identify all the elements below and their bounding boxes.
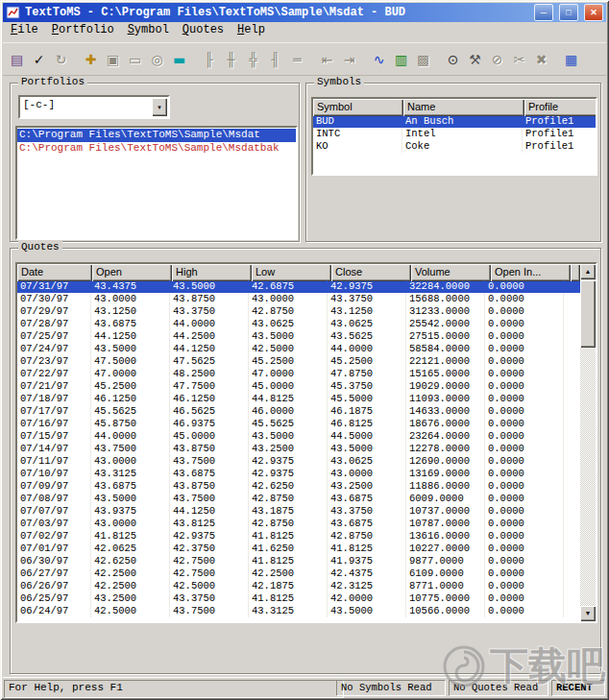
table-cell: 43.3125 [91,468,170,480]
table-row[interactable]: 07/09/9743.687543.875042.625043.25001188… [17,480,580,493]
table-cell: 10227.0000 [406,543,485,555]
table-row[interactable]: 07/21/9745.250047.750045.000045.37501902… [17,380,580,393]
table-cell: 27515.0000 [406,330,485,343]
minimize-button[interactable]: ─ [534,4,553,21]
portfolios-group-label: Portfolios [18,76,87,87]
shift-right-button: ⇥ [338,48,360,70]
column-header[interactable]: Close [331,264,411,281]
column-header[interactable]: Open In... [491,264,571,281]
table-row[interactable]: 07/15/9744.000045.000043.500044.50002326… [17,430,580,443]
table-row[interactable]: 07/07/9743.937544.125043.187543.37501073… [17,505,580,518]
menu-item-symbol[interactable]: Symbol [121,23,176,42]
column-header[interactable]: Low [252,264,331,281]
table-row[interactable]: 07/22/9747.000048.250047.000047.87501516… [17,368,580,380]
app-icon [6,5,21,20]
column-header[interactable]: Open [92,264,172,281]
table-cell: 8771.0000 [406,580,485,592]
menu-item-quotes[interactable]: Quotes [176,23,231,42]
menu-item-file[interactable]: File [4,23,45,42]
line-chart-icon: ∿ [374,53,385,66]
table-row[interactable]: 07/31/9743.437543.500042.687542.93753228… [17,280,580,293]
table-row[interactable]: 07/10/9743.312543.687542.937543.00001316… [17,468,580,480]
title-bar[interactable]: TextToMS - C:\Program Files\TextToMS\Sam… [3,3,606,22]
bar-flat-icon: ═ [293,53,301,66]
portfolio-list[interactable]: C:\Program Files\TextToMS\Sample\MsdatC:… [15,126,298,240]
toolbar-separator [360,48,368,70]
menu-item-help[interactable]: Help [231,23,272,42]
table-row[interactable]: 06/30/9742.625042.750041.812541.93759877… [17,555,580,567]
table-cell: 07/11/97 [17,455,91,468]
table-row[interactable]: 06/26/9742.250042.500042.187542.31258771… [17,580,580,592]
column-header[interactable]: Profile [524,99,596,116]
table-row[interactable]: 07/30/9743.000043.875043.000043.37501568… [17,293,580,305]
column-header[interactable]: Volume [411,264,491,281]
table-row[interactable]: 07/03/9743.000043.812542.875043.68751078… [17,518,580,530]
table-row[interactable]: 07/24/9743.500044.125042.500044.00005858… [17,343,580,355]
table-row[interactable]: 06/25/9743.250043.375041.812542.00001077… [17,592,580,605]
table-cell: 42.0000 [328,592,406,605]
candle-chart-button[interactable]: ▥ [390,48,412,70]
quotes-table[interactable]: DateOpenHighLowCloseVolumeOpen In... 07/… [15,262,597,623]
drive-combo[interactable]: [-c-] ▼ [18,95,170,119]
quotes-scrollbar[interactable]: ▲ ▼ [580,264,596,621]
portfolio-item[interactable]: C:\Program Files\TextToMS\Sample\Msdat [17,129,296,142]
column-header[interactable]: High [172,264,252,281]
table-cell: 46.1250 [170,393,249,405]
table-row[interactable]: 07/29/9743.125043.375042.875043.12503123… [17,305,580,318]
column-header[interactable]: Name [403,99,524,116]
quotes-table-inner: DateOpenHighLowCloseVolumeOpen In... 07/… [17,264,580,621]
table-cell: 31233.0000 [406,305,485,318]
data-grid-button[interactable]: ▦ [560,48,582,70]
close-button[interactable]: ✕ [584,4,603,21]
column-header[interactable]: Date [17,264,92,281]
scrollbar-thumb[interactable] [580,280,596,348]
table-cell: 48.2500 [170,368,249,380]
table-cell: 15688.0000 [406,293,485,305]
maximize-button[interactable]: □ [559,4,578,21]
new-portfolio-button[interactable]: ✚ [80,48,102,70]
table-row[interactable]: 06/27/9742.250042.750042.250042.43756109… [17,567,580,580]
table-cell: 07/24/97 [17,343,91,355]
table-row[interactable]: 07/18/9746.125046.125044.812545.50001109… [17,393,580,405]
table-row[interactable]: 07/08/9743.500043.750042.875043.68756009… [17,493,580,505]
table-row[interactable]: 07/16/9745.875046.937545.562546.81251867… [17,418,580,430]
read-source-button[interactable]: ▤ [6,48,28,70]
column-header[interactable]: Symbol [313,99,403,116]
symbols-table[interactable]: SymbolNameProfile BUDAn BuschProfile1INT… [311,97,597,176]
symbols-rows: BUDAn BuschProfile1INTCIntelProfile1KOCo… [313,115,596,153]
erase-button[interactable]: ▬ [168,48,190,70]
table-row[interactable]: 07/01/9742.062542.375041.625041.81251022… [17,543,580,555]
scroll-up-icon[interactable]: ▲ [580,264,596,279]
table-row[interactable]: 07/17/9745.562546.562546.000046.18751463… [17,405,580,418]
table-row[interactable]: 06/24/9742.500043.750043.312543.50001056… [17,605,580,617]
table-row[interactable]: BUDAn BuschProfile1 [313,115,596,128]
table-row[interactable]: 07/11/9743.000043.750042.937543.06251269… [17,455,580,468]
drive-combo-value: [-c-] [23,98,149,116]
table-row[interactable]: 07/02/9741.812542.937541.812542.87501361… [17,530,580,543]
data-grid-icon: ▦ [565,53,577,66]
table-cell: 0.0000 [485,343,564,355]
table-row[interactable]: 07/28/9743.687544.000043.062543.06252554… [17,318,580,330]
table-cell: 07/15/97 [17,430,91,443]
scroll-down-icon[interactable]: ▼ [580,606,596,621]
table-row[interactable]: 07/25/9744.125044.250043.500043.56252751… [17,330,580,343]
menu-item-portfolio[interactable]: Portfolio [45,23,121,42]
combo-dropdown-button[interactable]: ▼ [152,98,167,116]
portfolio-item[interactable]: C:\Program Files\TextToMS\Sample\Msdatba… [17,142,296,156]
zoom-button[interactable]: ⊙ [442,48,464,70]
verify-button[interactable]: ✓ [28,48,50,70]
table-row[interactable]: INTCIntelProfile1 [313,128,596,140]
line-chart-button[interactable]: ∿ [368,48,390,70]
table-row[interactable]: KOCokeProfile1 [313,140,596,153]
tools-button[interactable]: ⚒ [464,48,486,70]
table-cell: 43.7500 [170,455,249,468]
menu-bar: FilePortfolioSymbolQuotesHelp [3,23,606,42]
table-cell: 9877.0000 [406,555,485,567]
table-cell: 42.4375 [328,567,406,580]
table-row[interactable]: 07/23/9747.500047.562545.250045.25002212… [17,355,580,368]
table-cell: 0.0000 [485,530,564,543]
refresh-button: ↻ [50,48,72,70]
table-row[interactable]: 07/14/9743.750043.875043.250043.50001227… [17,443,580,455]
table-cell: 47.0000 [249,368,328,380]
table-cell: 43.2500 [91,592,170,605]
